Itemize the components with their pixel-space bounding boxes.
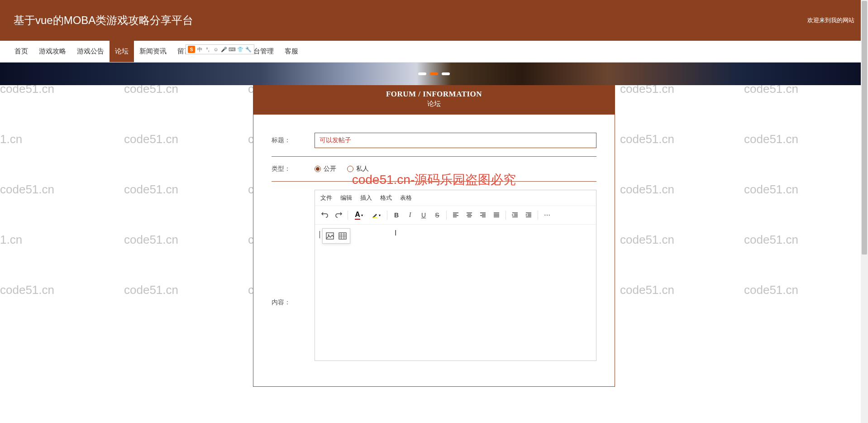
title-label: 标题： bbox=[272, 136, 315, 144]
banner-carousel bbox=[0, 62, 868, 85]
editor-toolbar: A▾ ▾ B I U S ⋯ bbox=[315, 206, 596, 225]
insert-table-icon[interactable] bbox=[337, 231, 348, 241]
menu-insert[interactable]: 插入 bbox=[360, 194, 372, 202]
dot-2[interactable] bbox=[430, 72, 438, 75]
svg-rect-1 bbox=[326, 233, 334, 239]
radio-public-circle bbox=[315, 166, 321, 172]
align-left-icon[interactable] bbox=[449, 209, 462, 221]
menu-format[interactable]: 格式 bbox=[380, 194, 392, 202]
outdent-icon[interactable] bbox=[509, 209, 521, 221]
main-nav: 首页 游戏攻略 游戏公告 论坛 新闻资讯 留言板 个人中心 后台管理 客服 S … bbox=[0, 41, 868, 62]
insert-image-icon[interactable] bbox=[324, 231, 335, 241]
toolbar-separator bbox=[348, 211, 348, 220]
toolbar-separator bbox=[538, 211, 538, 220]
italic-icon[interactable]: I bbox=[404, 209, 416, 221]
radio-private[interactable]: 私人 bbox=[347, 165, 369, 173]
content-row: 内容： 文件 编辑 插入 格式 表格 A▾ ▾ B I bbox=[272, 190, 596, 369]
type-radio-group: 公开 私人 bbox=[315, 165, 369, 173]
editor-menubar: 文件 编辑 插入 格式 表格 bbox=[315, 190, 596, 206]
title-row: 标题： bbox=[272, 133, 596, 157]
svg-rect-0 bbox=[372, 217, 377, 218]
nav-strategy[interactable]: 游戏攻略 bbox=[33, 41, 72, 62]
ime-sogou-icon: S bbox=[188, 46, 195, 53]
dot-3[interactable] bbox=[442, 72, 450, 75]
nav-support[interactable]: 客服 bbox=[279, 41, 304, 62]
site-title: 基于vue的MOBA类游戏攻略分享平台 bbox=[14, 13, 193, 28]
nav-news[interactable]: 新闻资讯 bbox=[134, 41, 172, 62]
nav-announcement[interactable]: 游戏公告 bbox=[72, 41, 110, 62]
radio-public[interactable]: 公开 bbox=[315, 165, 336, 173]
menu-edit[interactable]: 编辑 bbox=[340, 194, 352, 202]
toolbar-separator bbox=[506, 211, 506, 220]
type-row: 类型： 公开 私人 bbox=[272, 165, 596, 182]
ime-keyboard-icon[interactable]: ⌨ bbox=[229, 46, 236, 53]
dot-1[interactable] bbox=[418, 72, 426, 75]
ibeam-cursor-icon: I bbox=[395, 229, 396, 237]
menu-file[interactable]: 文件 bbox=[320, 194, 332, 202]
radio-public-label: 公开 bbox=[324, 165, 336, 173]
site-header: 基于vue的MOBA类游戏攻略分享平台 欢迎来到我的网站 bbox=[0, 0, 868, 41]
editor-content-area[interactable]: I bbox=[315, 225, 596, 361]
toolbar-separator bbox=[387, 211, 387, 220]
text-cursor bbox=[320, 231, 320, 238]
radio-private-circle bbox=[347, 166, 353, 172]
indent-icon[interactable] bbox=[522, 209, 535, 221]
ime-skin-icon[interactable]: 👕 bbox=[237, 46, 244, 53]
welcome-text: 欢迎来到我的网站 bbox=[807, 16, 854, 24]
floating-insert-toolbar bbox=[322, 228, 350, 244]
toolbar-separator bbox=[446, 211, 447, 220]
radio-private-label: 私人 bbox=[356, 165, 369, 173]
svg-rect-3 bbox=[339, 233, 346, 239]
section-header: FORUM / INFORMATION 论坛 bbox=[253, 85, 615, 115]
underline-icon[interactable]: U bbox=[417, 209, 430, 221]
bold-icon[interactable]: B bbox=[390, 209, 403, 221]
text-color-button[interactable]: A▾ bbox=[351, 209, 367, 221]
section-title-cn: 论坛 bbox=[253, 100, 615, 108]
strikethrough-icon[interactable]: S bbox=[431, 209, 444, 221]
svg-point-2 bbox=[328, 235, 329, 236]
ime-tool-icon[interactable]: 🔧 bbox=[245, 46, 252, 53]
title-input[interactable] bbox=[315, 133, 596, 148]
rich-editor: 文件 编辑 插入 格式 表格 A▾ ▾ B I U S bbox=[315, 190, 596, 361]
align-justify-icon[interactable] bbox=[490, 209, 503, 221]
scrollbar-thumb[interactable] bbox=[862, 1, 867, 255]
undo-icon[interactable] bbox=[319, 209, 331, 221]
align-center-icon[interactable] bbox=[463, 209, 476, 221]
align-right-icon[interactable] bbox=[477, 209, 489, 221]
ime-punct-icon[interactable]: °, bbox=[204, 46, 211, 53]
carousel-dots bbox=[418, 72, 450, 75]
ime-lang[interactable]: 中 bbox=[196, 46, 203, 53]
vertical-scrollbar[interactable] bbox=[861, 0, 868, 387]
post-form: 标题： 类型： 公开 私人 内容： 文件 编辑 bbox=[253, 115, 615, 387]
ime-toolbar: S 中 °, ☺ 🎤 ⌨ 👕 🔧 bbox=[186, 44, 254, 54]
nav-forum[interactable]: 论坛 bbox=[110, 41, 134, 62]
type-label: 类型： bbox=[272, 165, 315, 173]
main-content: FORUM / INFORMATION 论坛 标题： 类型： 公开 私人 内容： bbox=[253, 85, 615, 387]
highlight-color-button[interactable]: ▾ bbox=[368, 209, 384, 221]
menu-table[interactable]: 表格 bbox=[400, 194, 412, 202]
more-icon[interactable]: ⋯ bbox=[541, 209, 553, 221]
ime-emoji-icon[interactable]: ☺ bbox=[212, 46, 219, 53]
section-title-en: FORUM / INFORMATION bbox=[253, 90, 615, 99]
content-label: 内容： bbox=[272, 298, 315, 307]
nav-home[interactable]: 首页 bbox=[9, 41, 33, 62]
ime-mic-icon[interactable]: 🎤 bbox=[220, 46, 228, 53]
redo-icon[interactable] bbox=[332, 209, 345, 221]
